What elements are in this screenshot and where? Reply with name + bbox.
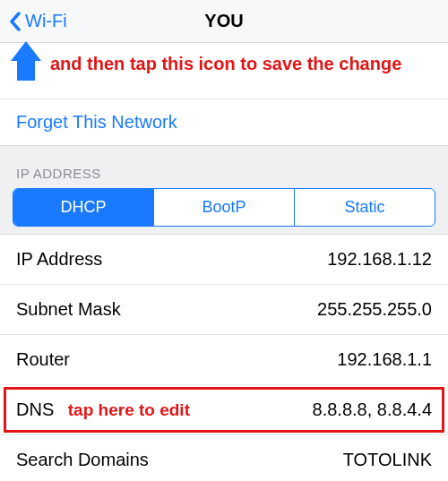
arrow-up-icon — [11, 41, 41, 82]
section-header-ip: IP ADDRESS — [0, 146, 448, 188]
navbar: Wi-Fi YOU — [0, 0, 448, 43]
tab-static-label: Static — [344, 198, 384, 216]
row-dns-label: DNS — [16, 399, 54, 419]
tab-static[interactable]: Static — [295, 189, 435, 226]
row-router[interactable]: Router 192.168.1.1 — [0, 335, 448, 385]
row-ip-address[interactable]: IP Address 192.168.1.12 — [0, 235, 448, 285]
row-search-domains-label: Search Domains — [16, 450, 149, 470]
row-dns[interactable]: DNS tap here to edit 8.8.8.8, 8.8.4.4 — [0, 385, 448, 435]
forget-network-label: Forget This Network — [16, 112, 177, 132]
row-subnet-mask-value: 255.255.255.0 — [317, 299, 432, 320]
annotation-top-text: and then tap this icon to save the chang… — [50, 52, 401, 75]
chevron-left-icon — [9, 12, 22, 31]
row-ip-address-label: IP Address — [16, 249, 102, 270]
tab-bootp[interactable]: BootP — [154, 189, 295, 226]
forget-network-button[interactable]: Forget This Network — [0, 99, 448, 146]
ip-mode-segmented[interactable]: DHCP BootP Static — [13, 188, 435, 227]
row-subnet-mask[interactable]: Subnet Mask 255.255.255.0 — [0, 285, 448, 335]
row-ip-address-value: 192.168.1.12 — [327, 249, 432, 270]
row-search-domains-value: TOTOLINK — [343, 450, 432, 470]
annotation-top: and then tap this icon to save the chang… — [0, 43, 448, 99]
tab-dhcp[interactable]: DHCP — [13, 189, 154, 226]
ip-list: IP Address 192.168.1.12 Subnet Mask 255.… — [0, 234, 448, 481]
row-router-value: 192.168.1.1 — [337, 349, 432, 370]
tab-dhcp-label: DHCP — [60, 198, 106, 216]
row-subnet-mask-label: Subnet Mask — [16, 299, 121, 320]
row-search-domains[interactable]: Search Domains TOTOLINK — [0, 435, 448, 481]
tab-bootp-label: BootP — [202, 198, 246, 216]
back-label: Wi-Fi — [25, 11, 67, 31]
row-router-label: Router — [16, 349, 70, 370]
back-button[interactable]: Wi-Fi — [0, 0, 76, 42]
row-dns-value: 8.8.8.8, 8.8.4.4 — [313, 399, 432, 420]
annotation-dns-text: tap here to edit — [68, 400, 190, 419]
